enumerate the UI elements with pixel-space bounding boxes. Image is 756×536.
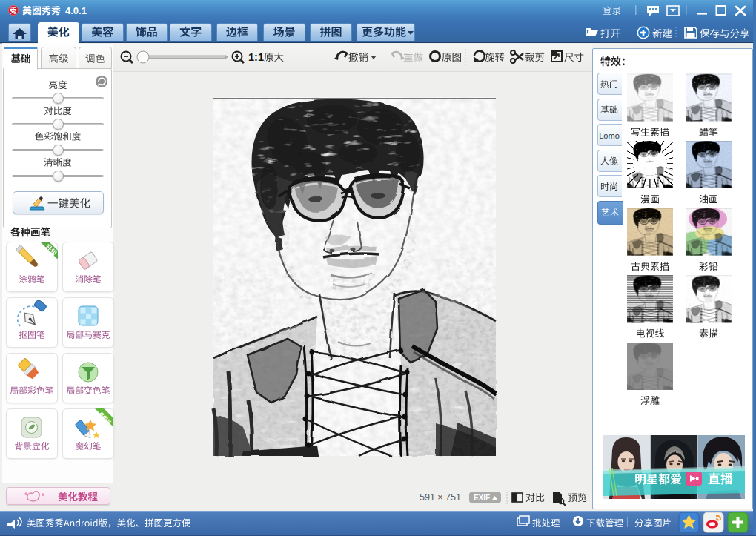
- svg-text:EXIF: EXIF: [474, 494, 490, 502]
- svg-text:Lomo: Lomo: [599, 131, 620, 140]
- svg-text:1:1: 1:1: [248, 51, 264, 63]
- svg-text:591 × 751: 591 × 751: [420, 492, 461, 503]
- svg-text:4.0.1: 4.0.1: [65, 5, 87, 16]
